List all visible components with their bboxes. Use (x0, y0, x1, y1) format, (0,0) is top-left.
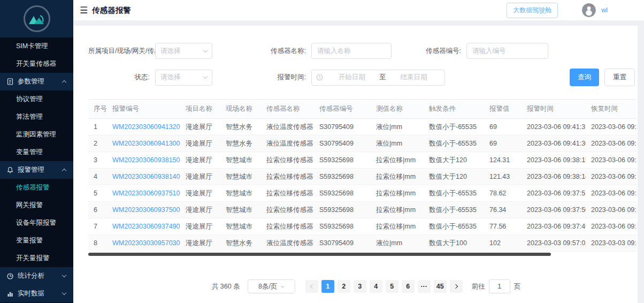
sidebar-menu: SIM卡管理开关量传感器参数管理协议管理算法管理监测因素管理变量管理报警管理传感… (0, 37, 73, 303)
table-cell: 漫途展厅 (180, 185, 220, 202)
column-header: 报警编号 (107, 100, 180, 119)
page-button-45[interactable]: 45 (434, 280, 447, 293)
page-size-value: 8条/页 (258, 282, 277, 291)
column-header: 传感器名称 (261, 100, 314, 119)
alarm-number-link[interactable]: WM202303060941320001 (107, 119, 180, 135)
sidebar-item-0[interactable]: SIM卡管理 (0, 37, 73, 55)
sidebar-item-6[interactable]: 变量管理 (0, 143, 73, 161)
alarm-number-link[interactable]: WM202303060941300001 (107, 135, 180, 152)
sidebar-item-11[interactable]: 变量报警 (0, 232, 73, 249)
filter-row-2: 状态: 请选择 报警时间: 开始日期 至 结束日期 查询 (73, 69, 638, 86)
table-cell: 拉索位移|mm (371, 152, 424, 169)
alarm-number-link[interactable]: WM202303060937490001 (107, 218, 180, 235)
table-cell: 4 (88, 169, 107, 185)
column-header: 报警值 (484, 100, 522, 119)
clock-icon (316, 74, 323, 81)
table-cell: 漫途展厅 (180, 135, 220, 152)
page-button-1[interactable]: 1 (321, 280, 334, 293)
horizontal-scrollbar[interactable] (88, 253, 551, 256)
table-cell: 漫途展厅 (180, 152, 220, 169)
table-cell: 智慧水务 (220, 119, 261, 135)
sidebar-item-2[interactable]: 参数管理 (0, 73, 73, 90)
reset-button[interactable]: 重置 (604, 69, 635, 86)
table-cell: 2023-03-06 09:37:51 (522, 185, 586, 202)
user-avatar[interactable] (582, 3, 596, 17)
page-button-5[interactable]: 5 (386, 280, 398, 293)
query-button[interactable]: 查询 (570, 69, 599, 86)
sidebar-item-8[interactable]: 传感器报警 (0, 179, 73, 196)
page-size-select[interactable]: 8条/页 (248, 279, 295, 293)
page-button-6[interactable]: 6 (402, 280, 415, 293)
page-button-4[interactable]: 4 (370, 280, 382, 293)
table-cell: S30795409 (314, 135, 371, 152)
sidebar-item-1[interactable]: 开关量传感器 (0, 55, 73, 73)
username[interactable]: wl (601, 6, 608, 14)
next-page-button[interactable] (450, 280, 463, 293)
big-data-cockpit-button[interactable]: 大数据驾驶舱 (507, 3, 558, 18)
table-cell: 3 (88, 152, 107, 169)
alarm-number-link[interactable]: WM202303060938140001 (107, 169, 180, 185)
sidebar-item-10[interactable]: 设备年限报警 (0, 214, 73, 232)
table-cell: 液位|mm (371, 235, 424, 252)
column-header: 触发条件 (424, 100, 484, 119)
alarm-number-link[interactable]: WM202303060937510001 (107, 185, 180, 202)
sidebar-item-5[interactable]: 监测因素管理 (0, 126, 73, 143)
project-select-placeholder: 请选择 (160, 47, 181, 56)
sidebar-item-label: 开关量传感器 (16, 59, 56, 69)
sidebar-item-7[interactable]: 报警管理 (0, 161, 73, 179)
project-filter-label: 所属项目/现场/网关/传感器: (88, 47, 155, 56)
table-cell: 2023-03-06 09: (586, 218, 637, 235)
sensor-name-input[interactable] (311, 43, 392, 59)
sidebar-item-label: 监测因素管理 (16, 130, 56, 139)
table-cell: 漫途展厅 (180, 169, 220, 185)
chevron-left-icon (310, 284, 314, 289)
table-row: 4WM202303060938140001漫途展厅智慧城市拉索位移传感器S593… (88, 169, 637, 185)
sidebar-item-label: SIM卡管理 (16, 42, 48, 51)
sensor-code-label: 传感器编号: (392, 47, 466, 56)
alarm-time-range-picker[interactable]: 开始日期 至 结束日期 (311, 70, 445, 86)
table-cell: 智慧水务 (220, 135, 261, 152)
sidebar-item-14[interactable]: 实时数据 (0, 285, 73, 302)
goto-page-input[interactable] (489, 279, 510, 293)
status-filter-label: 状态: (88, 73, 155, 82)
sidebar-item-label: 传感器报警 (16, 183, 50, 192)
table-cell: 2023-03-06 09:38:15 (522, 152, 586, 169)
sidebar-item-label: 协议管理 (16, 95, 43, 104)
sidebar-item-12[interactable]: 开关量报警 (0, 249, 73, 267)
table-cell: 拉索位移传感器 (261, 202, 314, 218)
table-cell: 8 (88, 235, 107, 252)
table-cell: 拉索位移传感器 (261, 152, 314, 169)
sidebar-item-9[interactable]: 网关报警 (0, 196, 73, 214)
page-ellipsis[interactable]: ··· (418, 280, 431, 293)
sidebar-item-label: 统计分析 (18, 271, 44, 281)
table-cell: 2023-03-06 09:41:30 (522, 135, 586, 152)
chevron-up-icon (62, 80, 66, 85)
page-button-3[interactable]: 3 (354, 280, 366, 293)
table-cell: 数值大于120 (424, 169, 484, 185)
alarm-time-label: 报警时间: (212, 73, 311, 82)
table-header-row: 序号报警编号项目名称现场名称传感器名称传感器编号测值名称触发条件报警值报警时间恢… (88, 100, 637, 119)
table-cell: 拉索位移|mm (371, 185, 424, 202)
chevron-down-icon (62, 273, 66, 277)
prev-page-button[interactable] (305, 280, 318, 293)
status-select[interactable]: 请选择 (155, 70, 212, 86)
page-button-2[interactable]: 2 (338, 280, 350, 293)
table-cell: 69 (484, 119, 522, 135)
table-cell: 2 (88, 135, 107, 152)
alarm-number-link[interactable]: WM202303030957030001 (107, 235, 180, 252)
alarm-number-link[interactable]: WM202303060937500001 (107, 202, 180, 218)
table-cell: 2023-03-06 09: (586, 169, 637, 185)
table-cell: 2023-03-06 09:37:50 (522, 202, 586, 218)
table-cell: 液位|mm (371, 135, 424, 152)
goto-suffix: 页 (514, 282, 521, 291)
hamburger-menu-icon[interactable]: ☰ (80, 6, 88, 15)
sidebar-item-3[interactable]: 协议管理 (0, 90, 73, 108)
column-header: 传感器编号 (314, 100, 371, 119)
table-cell: 124.31 (484, 152, 522, 169)
sidebar-item-label: 实时数据 (18, 289, 44, 298)
sidebar-item-13[interactable]: 统计分析 (0, 267, 73, 285)
alarm-number-link[interactable]: WM202303060938150001 (107, 152, 180, 169)
sensor-code-input[interactable] (466, 43, 548, 59)
sidebar-item-4[interactable]: 算法管理 (0, 108, 73, 126)
project-select[interactable]: 请选择 (155, 43, 212, 59)
